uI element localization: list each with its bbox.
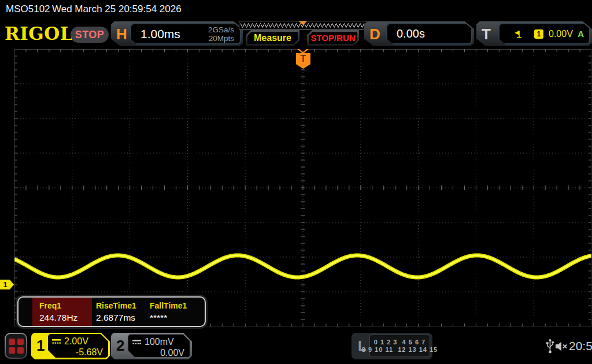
channel1-scale: 2.00V	[64, 336, 88, 347]
delay-label: D	[369, 25, 380, 43]
channel2-readout: 100mV 0.00V	[128, 334, 190, 358]
measurement-falltime[interactable]: FallTime1 *****	[146, 298, 187, 326]
dc-coupling-icon	[132, 339, 141, 345]
channel1-readout: 2.00V -5.68V	[48, 334, 108, 358]
measurement-label: FallTime1	[150, 301, 187, 310]
measurement-panel: Freq1 244.78Hz RiseTime1 2.6877ms FallTi…	[17, 296, 206, 327]
measurement-risetime[interactable]: RiseTime1 2.6877ms	[92, 298, 146, 326]
timebase-display[interactable]: 1.00ms 2GSa/s 20Mpts	[130, 23, 241, 44]
measure-button-label: Measure	[254, 33, 291, 43]
measurement-label: Freq1	[39, 301, 92, 310]
logic-channels-block[interactable]: L 0 1 2 3 4 5 6 7 8 9 10 11 12 13 14 15	[352, 333, 432, 359]
channel2-scale: 100mV	[145, 337, 174, 347]
trigger-display[interactable]: 1 0.00V A	[498, 23, 590, 44]
measure-button[interactable]: Measure	[246, 30, 299, 46]
trigger-edge-icon	[513, 29, 523, 39]
channel2-status-block[interactable]: 2 100mV 0.00V	[111, 333, 192, 359]
run-state-label: STOP	[75, 29, 105, 41]
channel1-ground-marker[interactable]: 1	[0, 280, 14, 289]
measurement-freq[interactable]: Freq1 244.78Hz	[32, 298, 92, 326]
overview-zigzag	[239, 21, 365, 28]
trigger-mode: A	[578, 29, 584, 39]
channel1-marker-number: 1	[3, 281, 8, 289]
channel1-offset: -5.68V	[48, 347, 108, 358]
menu-grid-icon	[6, 334, 26, 358]
measurement-value: *****	[150, 313, 187, 323]
delay-value: 0.00s	[397, 27, 425, 40]
trigger-marker-letter: T	[301, 54, 306, 64]
acquisition-info: 2GSa/s 20Mpts	[208, 25, 240, 43]
clock-text: 20:59	[569, 339, 592, 353]
graticule-svg	[14, 49, 591, 326]
dc-coupling-icon	[52, 339, 61, 344]
run-state-badge: STOP	[71, 27, 109, 43]
logic-row-2: 8 9 10 11 12 13 14 15	[362, 346, 438, 354]
waveform-overview-strip[interactable]	[239, 21, 367, 30]
delay-block[interactable]: D 0.00s	[364, 21, 474, 46]
horizontal-settings-block[interactable]: H 1.00ms 2GSa/s 20Mpts	[111, 21, 243, 46]
graticule-area	[14, 49, 591, 326]
stop-run-button[interactable]: STOP/RUN	[307, 30, 359, 46]
memory-depth: 20Mpts	[208, 34, 234, 43]
channel1-number: 1	[36, 337, 45, 355]
trigger-label: T	[482, 25, 491, 43]
menu-button[interactable]	[5, 333, 27, 359]
timebase-value: 1.00ms	[140, 27, 180, 41]
measurement-label: RiseTime1	[96, 301, 146, 310]
trigger-position-triangle-inner	[299, 49, 306, 52]
logic-channel-list: 0 1 2 3 4 5 6 7 8 9 10 11 12 13 14 15	[369, 335, 430, 357]
trigger-level-value: 0.00V	[549, 29, 573, 39]
measurement-value: 2.6877ms	[96, 313, 146, 323]
rigol-logo: RIGOL	[5, 23, 73, 44]
channel2-number: 2	[116, 337, 124, 355]
delay-display[interactable]: 0.00s	[386, 23, 472, 44]
logic-row-1: 0 1 2 3 4 5 6 7	[374, 339, 426, 346]
usb-icon	[546, 338, 554, 354]
horizontal-label: H	[116, 25, 127, 43]
sound-muted-icon[interactable]	[556, 341, 568, 351]
trigger-source-badge: 1	[534, 29, 543, 39]
model-name: MSO5102	[6, 3, 50, 15]
channel1-status-block[interactable]: 1 2.00V -5.68V	[31, 333, 110, 359]
measurement-value: 244.78Hz	[39, 313, 92, 323]
datetime-text: Wed March 25 20:59:54 2026	[52, 3, 182, 15]
sample-rate: 2GSa/s	[208, 25, 234, 34]
top-title-bar: MSO5102 Wed March 25 20:59:54 2026	[0, 0, 592, 18]
trigger-block[interactable]: T 1 0.00V A	[476, 21, 592, 46]
stop-run-button-label: STOP/RUN	[310, 33, 355, 43]
channel2-offset: 0.00V	[128, 348, 190, 358]
